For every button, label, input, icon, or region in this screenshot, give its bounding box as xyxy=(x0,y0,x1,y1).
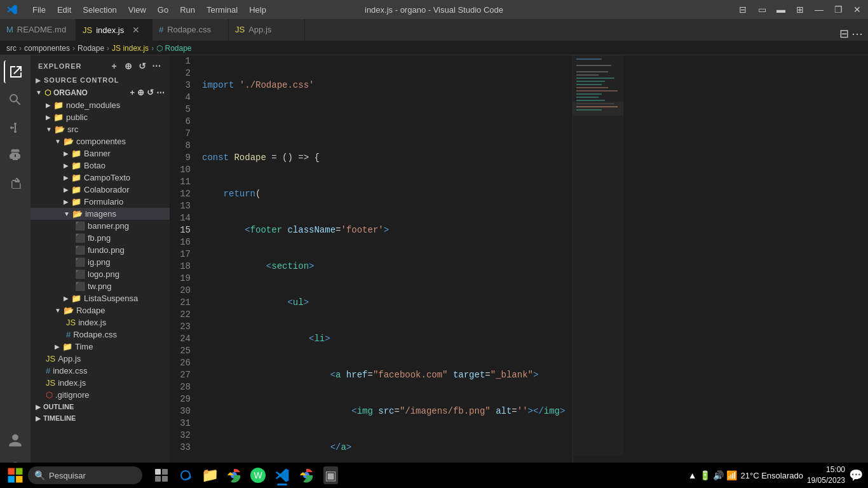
tree-appjs[interactable]: JS App.js xyxy=(31,353,170,365)
network-icon[interactable]: ▲ xyxy=(688,470,697,480)
taskbar-edge-app[interactable] xyxy=(174,464,197,487)
layout-icon[interactable]: ⊟ xyxy=(738,5,747,14)
tree-rodape-css[interactable]: # Rodape.css xyxy=(31,329,170,341)
git-activity-icon[interactable] xyxy=(4,116,27,139)
tree-public[interactable]: ▶ 📁 public xyxy=(31,111,170,123)
collapse-icon[interactable]: ⋯ xyxy=(151,60,162,72)
tree-campotexto[interactable]: ▶ 📁 CampoTexto xyxy=(31,172,170,184)
taskbar-clock[interactable]: 15:00 19/05/2023 xyxy=(807,464,845,486)
tree-src[interactable]: ▼ 📂 src xyxy=(31,123,170,135)
timeline-chevron: ▶ xyxy=(36,415,41,422)
start-button[interactable] xyxy=(5,465,25,485)
editor-main[interactable]: 1 2 3 4 5 6 7 8 9 10 11 12 13 14 15 16 1 xyxy=(170,55,868,485)
new-file-project-icon[interactable]: + xyxy=(130,88,135,97)
folder-icon-public: 📁 xyxy=(53,112,64,122)
tree-gitignore[interactable]: ⬡ .gitignore xyxy=(31,389,170,401)
refresh-project-icon[interactable]: ↺ xyxy=(147,88,154,97)
taskbar-whatsapp-app[interactable]: W xyxy=(247,464,269,487)
file-icon-fundo-png: ⬛ xyxy=(75,245,85,255)
menu-run[interactable]: Run xyxy=(175,4,200,16)
tab-rodapecss[interactable]: # Rodape.css xyxy=(153,19,229,41)
code-container[interactable]: 1 2 3 4 5 6 7 8 9 10 11 12 13 14 15 16 1 xyxy=(170,55,573,485)
tree-colaborador[interactable]: ▶ 📁 Colaborador xyxy=(31,184,170,196)
timeline-section[interactable]: ▶ TIMELINE xyxy=(31,412,170,424)
tree-banner[interactable]: ▶ 📁 Banner xyxy=(31,147,170,159)
tab-appjs[interactable]: JS App.js xyxy=(229,19,305,41)
tree-node-modules[interactable]: ▶ 📁 node_modules xyxy=(31,99,170,111)
taskbar-folder-app[interactable]: 📁 xyxy=(198,464,221,487)
tree-indexjs-root[interactable]: JS index.js xyxy=(31,377,170,389)
new-folder-project-icon[interactable]: ⊕ xyxy=(137,88,144,97)
close-button[interactable]: ✕ xyxy=(853,5,862,14)
layout-split-icon[interactable]: ⊟ xyxy=(839,27,849,41)
search-activity-icon[interactable] xyxy=(4,88,27,111)
account-activity-icon[interactable] xyxy=(4,429,27,452)
project-header[interactable]: ▼ ⬡ ORGANO + ⊕ ↺ ⋯ xyxy=(31,86,170,99)
tree-time[interactable]: ▶ 📁 Time xyxy=(31,341,170,353)
tree-rodape-indexjs[interactable]: JS index.js xyxy=(31,316,170,329)
breadcrumb-rodape-fn[interactable]: ⬡ Rodape xyxy=(156,44,191,53)
title-bar-left: File Edit Selection View Go Run Terminal… xyxy=(6,4,271,16)
tree-componentes[interactable]: ▼ 📂 componentes xyxy=(31,135,170,147)
wifi-icon[interactable]: 📶 xyxy=(726,470,737,480)
tree-botao[interactable]: ▶ 📁 Botao xyxy=(31,159,170,172)
taskbar-vscode-app[interactable] xyxy=(271,464,294,487)
tree-imagens[interactable]: ▼ 📂 imagens xyxy=(31,208,170,220)
grid-layout-icon[interactable]: ⊞ xyxy=(796,5,804,14)
source-control-section[interactable]: ▶ SOURCE CONTROL xyxy=(31,74,170,86)
tab-readme[interactable]: M README.md xyxy=(0,19,76,41)
tab-indexjs[interactable]: JS index.js ✕ xyxy=(76,19,153,41)
file-icon-indexjs-root: JS xyxy=(46,378,55,388)
breadcrumb-indexjs[interactable]: JS index.js xyxy=(112,44,149,53)
debug-activity-icon[interactable] xyxy=(4,144,27,167)
code-line-2 xyxy=(202,116,566,128)
explorer-activity-icon[interactable] xyxy=(4,60,27,83)
battery-icon[interactable]: 🔋 xyxy=(700,470,710,480)
extensions-activity-icon[interactable] xyxy=(4,172,27,195)
code-line-1: import './Rodape.css' xyxy=(202,79,566,92)
outline-section[interactable]: ▶ OUTLINE xyxy=(31,401,170,412)
tree-logo-png[interactable]: ⬛ logo.png xyxy=(31,268,170,280)
taskbar-terminal-app[interactable]: ▣ xyxy=(319,464,342,487)
tree-ig-png[interactable]: ⬛ ig.png xyxy=(31,256,170,268)
tree-banner-png[interactable]: ⬛ banner.png xyxy=(31,220,170,232)
taskbar-search-box[interactable]: 🔍 Pesquisar xyxy=(28,466,142,484)
tree-indexcss[interactable]: # index.css xyxy=(31,365,170,377)
sidebar-layout-icon[interactable]: ▭ xyxy=(757,5,766,14)
tree-listasuspensa[interactable]: ▶ 📁 ListaSuspensa xyxy=(31,292,170,304)
taskbar-chrome-app[interactable] xyxy=(222,464,245,487)
menu-help[interactable]: Help xyxy=(244,4,271,16)
tab-close-indexjs[interactable]: ✕ xyxy=(130,24,142,36)
menu-view[interactable]: View xyxy=(123,4,151,16)
refresh-icon[interactable]: ↺ xyxy=(137,60,148,72)
menu-go[interactable]: Go xyxy=(153,4,173,16)
tree-fb-png[interactable]: ⬛ fb.png xyxy=(31,232,170,244)
more-project-icon[interactable]: ⋯ xyxy=(156,88,165,97)
taskbar-chrome2-app[interactable] xyxy=(295,464,318,487)
taskbar-task-view[interactable] xyxy=(150,464,173,487)
maximize-button[interactable]: ❐ xyxy=(834,5,843,14)
line-32: 32 xyxy=(175,430,191,442)
line-24: 24 xyxy=(175,333,191,345)
breadcrumb-rodape[interactable]: Rodape xyxy=(78,44,104,53)
file-icon-tw-png: ⬛ xyxy=(75,281,85,291)
breadcrumb-src[interactable]: src xyxy=(6,44,17,53)
svg-rect-26 xyxy=(155,469,161,475)
panel-layout-icon[interactable]: ▬ xyxy=(776,5,785,14)
tree-fundo-png[interactable]: ⬛ fundo.png xyxy=(31,244,170,256)
menu-edit[interactable]: Edit xyxy=(52,4,76,16)
menu-file[interactable]: File xyxy=(27,4,51,16)
breadcrumb-componentes[interactable]: componentes xyxy=(24,44,70,53)
tree-rodape[interactable]: ▼ 📂 Rodape xyxy=(31,304,170,316)
tree-formulario[interactable]: ▶ 📁 Formulario xyxy=(31,196,170,208)
new-folder-icon[interactable]: ⊕ xyxy=(123,60,134,72)
more-tabs-icon[interactable]: ⋯ xyxy=(851,27,863,41)
new-file-icon[interactable]: + xyxy=(109,60,120,72)
menu-terminal[interactable]: Terminal xyxy=(201,4,243,16)
code-editor[interactable]: import './Rodape.css' const Rodape = () … xyxy=(196,55,573,485)
tree-tw-png[interactable]: ⬛ tw.png xyxy=(31,280,170,292)
notification-icon[interactable]: 💬 xyxy=(849,468,863,482)
menu-selection[interactable]: Selection xyxy=(78,4,121,16)
sound-icon[interactable]: 🔊 xyxy=(713,470,724,480)
minimize-button[interactable]: — xyxy=(815,5,824,14)
